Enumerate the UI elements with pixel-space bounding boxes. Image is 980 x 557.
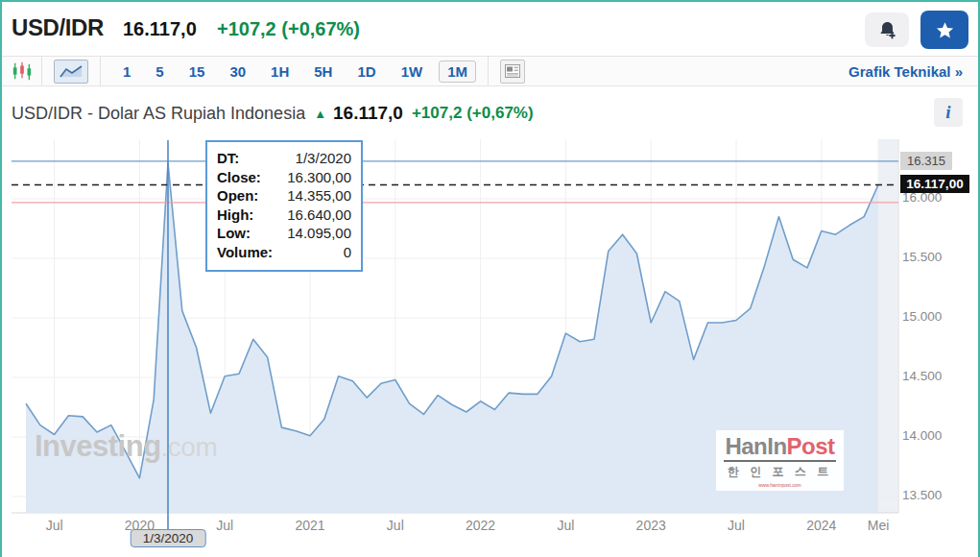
current-period-strip — [878, 139, 897, 513]
candlestick-chart-button[interactable] — [2, 57, 42, 85]
x-axis-label: 2021 — [281, 518, 339, 533]
header-change-abs: +107,2 — [217, 18, 276, 39]
haninpost-gray-text: HanIn — [725, 433, 786, 459]
tooltip-value: 16.640,00 — [287, 206, 351, 225]
haninpost-red-text: Post — [787, 433, 835, 459]
x-axis-label: Jul — [537, 518, 594, 533]
toolbar-divider — [100, 57, 101, 85]
x-axis-label: Jul — [707, 518, 765, 533]
last-price-badge: 16.117,00 — [900, 175, 969, 193]
x-axis-label: Jul — [26, 518, 84, 533]
tooltip-row: DT:1/3/2020 — [217, 149, 351, 168]
interval-button-1m[interactable]: 1M — [439, 61, 476, 83]
tooltip-row: High:16.640,00 — [217, 206, 351, 225]
header-change: +107,2 (+0,67%) — [217, 18, 360, 40]
area-chart-type-button[interactable] — [54, 60, 88, 84]
x-axis-label: Jul — [367, 518, 424, 533]
crosshair-date-badge: 1/3/2020 — [131, 529, 206, 547]
candlestick-icon — [12, 61, 33, 82]
tooltip-label: Volume: — [217, 243, 273, 262]
chart-title: USD/IDR - Dolar AS Rupiah Indonesia — [12, 104, 305, 124]
y-axis-label: 13.500 — [902, 488, 956, 502]
chart-change-abs: +107,2 — [412, 104, 462, 122]
high-price-badge: 16.315 — [900, 152, 952, 170]
usdidr-chart-widget: USD/IDR 16.117,0 +107,2 (+0,67%) — [0, 0, 980, 557]
header: USD/IDR 16.117,0 +107,2 (+0,67%) — [2, 2, 978, 54]
tooltip-row: Close:16.300,00 — [217, 168, 351, 187]
tooltip-label: Open: — [217, 186, 258, 206]
interval-button-5h[interactable]: 5H — [305, 61, 341, 83]
haninpost-url-text: www.haninpost.com — [724, 482, 836, 488]
tooltip-label: Low: — [217, 224, 251, 243]
tooltip-label: High: — [217, 206, 253, 225]
y-axis-label: 14.000 — [902, 428, 956, 443]
add-watchlist-star-button[interactable] — [920, 11, 968, 49]
interval-button-1w[interactable]: 1W — [393, 61, 432, 83]
tooltip-value: 14.355,00 — [287, 186, 351, 206]
layout-icon — [505, 64, 520, 78]
star-icon — [935, 20, 955, 40]
investing-watermark-bold: Investing — [35, 429, 161, 463]
x-axis-label: 2023 — [622, 518, 680, 533]
grafik-teknikal-link[interactable]: Grafik Teknikal » — [849, 63, 963, 80]
chart-toolbar: 1515301H5H1D1W1M Grafik Teknikal » — [2, 56, 978, 86]
toolbar-divider — [488, 57, 489, 85]
up-arrow-icon: ▲ — [314, 107, 326, 121]
info-button[interactable]: i — [934, 98, 963, 127]
interval-button-5[interactable]: 5 — [147, 61, 172, 83]
interval-button-1d[interactable]: 1D — [348, 61, 384, 83]
tooltip-label: DT: — [217, 149, 239, 168]
price-chart-canvas[interactable] — [2, 136, 980, 557]
investing-watermark: Investing.com — [35, 429, 217, 464]
haninpost-watermark: HanInPost 한 인 포 스 트 www.haninpost.com — [716, 430, 844, 491]
create-alert-button[interactable] — [865, 12, 909, 47]
chart-layout-button[interactable] — [500, 60, 525, 84]
tooltip-label: Close: — [217, 168, 261, 187]
y-axis-label: 15.000 — [902, 309, 956, 324]
haninpost-korean-text: 한 인 포 스 트 — [724, 464, 836, 480]
y-axis-label: 15.500 — [902, 250, 956, 264]
x-axis-label: 2024 — [793, 518, 850, 533]
tooltip-value: 0 — [344, 243, 351, 262]
chart-title-row: USD/IDR - Dolar AS Rupiah Indonesia ▲ 16… — [2, 93, 978, 133]
tooltip-row: Open:14.355,00 — [217, 186, 351, 206]
tooltip-row: Low:14.095,00 — [217, 224, 351, 243]
interval-button-30[interactable]: 30 — [221, 61, 254, 83]
area-chart-icon — [59, 63, 84, 79]
tooltip-value: 16.300,00 — [287, 168, 351, 187]
tooltip-row: Volume:0 — [217, 243, 351, 262]
x-axis-label: 2022 — [452, 518, 510, 533]
chart-tooltip: DT:1/3/2020 Close:16.300,00 Open:14.355,… — [205, 140, 363, 272]
header-price: 16.117,0 — [123, 18, 197, 40]
investing-watermark-light: .com — [161, 432, 218, 462]
chart-price: 16.117,0 — [333, 103, 403, 124]
interval-button-15[interactable]: 15 — [180, 61, 214, 83]
interval-button-1[interactable]: 1 — [114, 61, 139, 83]
tooltip-value: 1/3/2020 — [296, 149, 351, 168]
chart-change-pct: (+0,67%) — [466, 104, 533, 122]
haninpost-divider — [724, 460, 836, 462]
bell-plus-icon — [876, 19, 898, 41]
interval-buttons: 1515301H5H1D1W1M — [114, 61, 476, 83]
y-axis-label: 14.500 — [902, 369, 956, 383]
header-change-pct: (+0,67%) — [281, 18, 360, 39]
tooltip-value: 14.095,00 — [287, 224, 351, 243]
pair-symbol: USD/IDR — [12, 14, 104, 41]
chart-change: +107,2 (+0,67%) — [412, 104, 534, 123]
interval-button-1h[interactable]: 1H — [262, 61, 298, 83]
x-axis-label: Mei — [849, 518, 896, 533]
